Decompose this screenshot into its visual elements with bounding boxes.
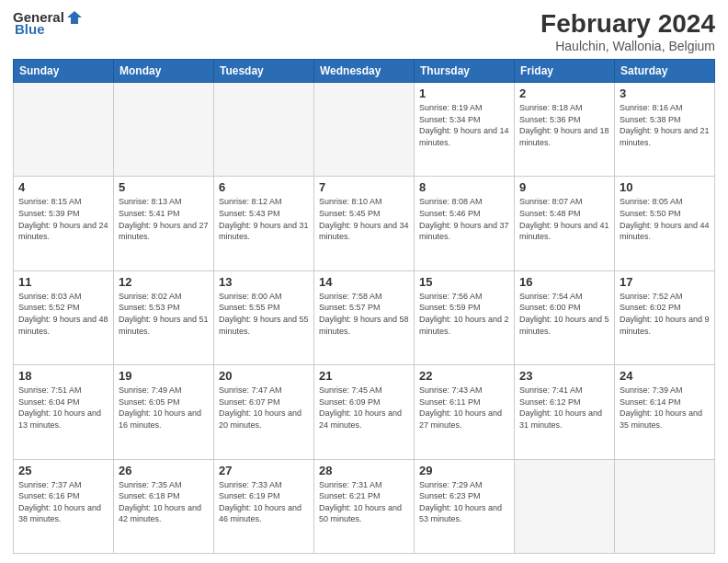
calendar-cell: 16Sunrise: 7:54 AM Sunset: 6:00 PM Dayli…: [515, 270, 615, 364]
day-info: Sunrise: 7:47 AM Sunset: 6:07 PM Dayligh…: [219, 385, 309, 431]
day-info: Sunrise: 8:03 AM Sunset: 5:52 PM Dayligh…: [18, 291, 108, 337]
calendar-cell: 26Sunrise: 7:35 AM Sunset: 6:18 PM Dayli…: [114, 459, 214, 553]
day-number: 25: [18, 464, 108, 477]
week-row-4: 25Sunrise: 7:37 AM Sunset: 6:16 PM Dayli…: [14, 459, 715, 553]
col-header-monday: Monday: [114, 60, 214, 83]
day-number: 5: [119, 180, 209, 194]
day-info: Sunrise: 7:31 AM Sunset: 6:21 PM Dayligh…: [319, 479, 409, 525]
logo-blue: Blue: [15, 21, 45, 37]
week-row-0: 1Sunrise: 8:19 AM Sunset: 5:34 PM Daylig…: [14, 83, 715, 177]
calendar-cell: 18Sunrise: 7:51 AM Sunset: 6:04 PM Dayli…: [14, 365, 114, 459]
subtitle: Haulchin, Wallonia, Belgium: [540, 39, 715, 53]
header: General Blue February 2024 Haulchin, Wal…: [13, 9, 715, 53]
calendar-cell: 19Sunrise: 7:49 AM Sunset: 6:05 PM Dayli…: [114, 365, 214, 459]
day-info: Sunrise: 8:10 AM Sunset: 5:45 PM Dayligh…: [319, 196, 409, 242]
col-header-saturday: Saturday: [615, 60, 715, 83]
calendar-cell: 13Sunrise: 8:00 AM Sunset: 5:55 PM Dayli…: [214, 270, 314, 364]
col-header-sunday: Sunday: [14, 60, 114, 83]
day-number: 24: [620, 369, 710, 383]
calendar-cell: 10Sunrise: 8:05 AM Sunset: 5:50 PM Dayli…: [615, 177, 715, 270]
calendar-header-row: SundayMondayTuesdayWednesdayThursdayFrid…: [14, 60, 715, 83]
calendar-cell: [515, 459, 615, 553]
calendar-cell: 24Sunrise: 7:39 AM Sunset: 6:14 PM Dayli…: [615, 365, 715, 459]
calendar-cell: 1Sunrise: 8:19 AM Sunset: 5:34 PM Daylig…: [415, 83, 515, 177]
calendar-cell: [114, 83, 214, 177]
calendar-cell: 12Sunrise: 8:02 AM Sunset: 5:53 PM Dayli…: [114, 270, 214, 364]
calendar-cell: [214, 83, 314, 177]
day-info: Sunrise: 7:52 AM Sunset: 6:02 PM Dayligh…: [620, 291, 710, 337]
calendar-cell: 21Sunrise: 7:45 AM Sunset: 6:09 PM Dayli…: [314, 365, 415, 459]
calendar-cell: 15Sunrise: 7:56 AM Sunset: 5:59 PM Dayli…: [415, 270, 515, 364]
day-number: 26: [119, 464, 209, 477]
day-info: Sunrise: 7:39 AM Sunset: 6:14 PM Dayligh…: [620, 385, 710, 431]
calendar-cell: 4Sunrise: 8:15 AM Sunset: 5:39 PM Daylig…: [14, 177, 114, 270]
day-info: Sunrise: 7:51 AM Sunset: 6:04 PM Dayligh…: [18, 385, 108, 431]
week-row-1: 4Sunrise: 8:15 AM Sunset: 5:39 PM Daylig…: [14, 177, 715, 270]
col-header-wednesday: Wednesday: [314, 60, 415, 83]
calendar-cell: 11Sunrise: 8:03 AM Sunset: 5:52 PM Dayli…: [14, 270, 114, 364]
day-info: Sunrise: 8:08 AM Sunset: 5:46 PM Dayligh…: [419, 196, 509, 242]
col-header-tuesday: Tuesday: [214, 60, 314, 83]
day-info: Sunrise: 8:02 AM Sunset: 5:53 PM Dayligh…: [119, 291, 209, 337]
day-number: 16: [519, 275, 609, 289]
day-number: 19: [119, 369, 209, 383]
week-row-2: 11Sunrise: 8:03 AM Sunset: 5:52 PM Dayli…: [14, 270, 715, 364]
logo-icon: [66, 10, 83, 25]
day-number: 29: [419, 464, 509, 477]
week-row-3: 18Sunrise: 7:51 AM Sunset: 6:04 PM Dayli…: [14, 365, 715, 459]
calendar-cell: 20Sunrise: 7:47 AM Sunset: 6:07 PM Dayli…: [214, 365, 314, 459]
day-number: 9: [519, 180, 609, 194]
day-info: Sunrise: 7:35 AM Sunset: 6:18 PM Dayligh…: [119, 479, 209, 525]
calendar-cell: [615, 459, 715, 553]
day-info: Sunrise: 8:18 AM Sunset: 5:36 PM Dayligh…: [519, 102, 609, 148]
day-number: 7: [319, 180, 409, 194]
day-number: 4: [18, 180, 108, 194]
calendar-cell: 3Sunrise: 8:16 AM Sunset: 5:38 PM Daylig…: [615, 83, 715, 177]
day-info: Sunrise: 7:58 AM Sunset: 5:57 PM Dayligh…: [319, 291, 409, 337]
day-info: Sunrise: 7:43 AM Sunset: 6:11 PM Dayligh…: [419, 385, 509, 431]
day-number: 3: [620, 86, 710, 100]
day-info: Sunrise: 7:37 AM Sunset: 6:16 PM Dayligh…: [18, 479, 108, 525]
day-info: Sunrise: 8:05 AM Sunset: 5:50 PM Dayligh…: [620, 196, 710, 242]
calendar-cell: 5Sunrise: 8:13 AM Sunset: 5:41 PM Daylig…: [114, 177, 214, 270]
col-header-friday: Friday: [515, 60, 615, 83]
day-info: Sunrise: 7:33 AM Sunset: 6:19 PM Dayligh…: [219, 479, 309, 525]
logo: General Blue: [13, 9, 83, 37]
calendar-cell: 23Sunrise: 7:41 AM Sunset: 6:12 PM Dayli…: [515, 365, 615, 459]
day-info: Sunrise: 8:15 AM Sunset: 5:39 PM Dayligh…: [18, 196, 108, 242]
day-info: Sunrise: 7:54 AM Sunset: 6:00 PM Dayligh…: [519, 291, 609, 337]
day-info: Sunrise: 8:07 AM Sunset: 5:48 PM Dayligh…: [519, 196, 609, 242]
calendar-cell: 28Sunrise: 7:31 AM Sunset: 6:21 PM Dayli…: [314, 459, 415, 553]
calendar-cell: 2Sunrise: 8:18 AM Sunset: 5:36 PM Daylig…: [515, 83, 615, 177]
day-number: 21: [319, 369, 409, 383]
day-number: 18: [18, 369, 108, 383]
day-number: 20: [219, 369, 309, 383]
day-info: Sunrise: 8:19 AM Sunset: 5:34 PM Dayligh…: [419, 102, 509, 148]
day-number: 6: [219, 180, 309, 194]
calendar: SundayMondayTuesdayWednesdayThursdayFrid…: [13, 59, 715, 554]
day-number: 23: [519, 369, 609, 383]
day-info: Sunrise: 8:00 AM Sunset: 5:55 PM Dayligh…: [219, 291, 309, 337]
calendar-cell: 9Sunrise: 8:07 AM Sunset: 5:48 PM Daylig…: [515, 177, 615, 270]
day-number: 22: [419, 369, 509, 383]
day-number: 2: [519, 86, 609, 100]
day-number: 8: [419, 180, 509, 194]
day-info: Sunrise: 8:13 AM Sunset: 5:41 PM Dayligh…: [119, 196, 209, 242]
day-info: Sunrise: 7:29 AM Sunset: 6:23 PM Dayligh…: [419, 479, 509, 525]
day-info: Sunrise: 7:41 AM Sunset: 6:12 PM Dayligh…: [519, 385, 609, 431]
day-number: 15: [419, 275, 509, 289]
col-header-thursday: Thursday: [415, 60, 515, 83]
calendar-cell: 29Sunrise: 7:29 AM Sunset: 6:23 PM Dayli…: [415, 459, 515, 553]
day-number: 28: [319, 464, 409, 477]
day-number: 13: [219, 275, 309, 289]
day-number: 1: [419, 86, 509, 100]
day-info: Sunrise: 8:16 AM Sunset: 5:38 PM Dayligh…: [620, 102, 710, 148]
calendar-cell: [314, 83, 415, 177]
calendar-cell: 8Sunrise: 8:08 AM Sunset: 5:46 PM Daylig…: [415, 177, 515, 270]
day-number: 14: [319, 275, 409, 289]
title-area: February 2024 Haulchin, Wallonia, Belgiu…: [540, 9, 715, 53]
day-number: 11: [18, 275, 108, 289]
calendar-cell: 22Sunrise: 7:43 AM Sunset: 6:11 PM Dayli…: [415, 365, 515, 459]
day-number: 17: [620, 275, 710, 289]
calendar-cell: 14Sunrise: 7:58 AM Sunset: 5:57 PM Dayli…: [314, 270, 415, 364]
